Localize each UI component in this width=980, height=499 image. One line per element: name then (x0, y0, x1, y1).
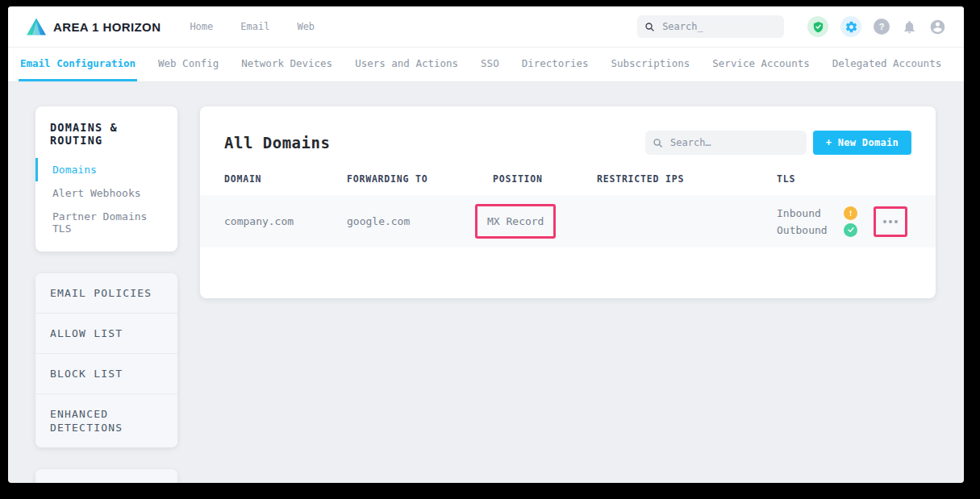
top-nav: Home Email Web (190, 21, 315, 32)
tab-directories[interactable]: Directories (520, 48, 590, 81)
row-actions-menu-button[interactable] (878, 210, 903, 233)
column-header-domain: DOMAIN (224, 173, 347, 185)
page-title: All Domains (224, 134, 330, 152)
tab-web-config[interactable]: Web Config (156, 48, 220, 81)
table-header: DOMAIN FORWARDING TO POSITION RESTRICTED… (200, 173, 936, 195)
dot-icon (883, 220, 886, 223)
panel-header: All Domains + New Domain (200, 106, 936, 155)
tls-outbound-label: Outbound (777, 224, 828, 236)
panel-controls: + New Domain (645, 131, 911, 155)
search-icon (645, 22, 654, 32)
brand-name: AREA 1 HORIZON (53, 20, 161, 34)
top-nav-email[interactable]: Email (240, 21, 269, 32)
dot-icon (889, 220, 892, 223)
global-search[interactable] (637, 15, 784, 38)
sidebar: DOMAINS & ROUTING Domains Alert Webhooks… (35, 106, 177, 483)
all-domains-panel: All Domains + New Domain DOMAIN FORWARDI… (200, 106, 936, 298)
global-search-input[interactable] (661, 20, 776, 33)
warning-status-icon (844, 206, 857, 220)
gear-icon (844, 20, 858, 34)
top-right-controls: ? (637, 15, 946, 38)
shield-check-icon (812, 21, 824, 33)
sidebar-item-partner-domains-tls[interactable]: Partner Domains TLS (35, 205, 163, 240)
search-icon (653, 138, 662, 148)
account-button[interactable] (929, 19, 946, 35)
cell-position: MX Record (487, 204, 597, 239)
sidebar-item-alert-webhooks[interactable]: Alert Webhooks (35, 181, 163, 205)
app-window: AREA 1 HORIZON Home Email Web (8, 6, 964, 483)
dot-icon (895, 220, 898, 223)
triangle-logo-icon (26, 17, 47, 36)
retract-settings-card: RETRACT SETTINGS (35, 469, 177, 483)
sidebar-section-enhanced-detections[interactable]: ENHANCED DETECTIONS (35, 394, 177, 447)
tab-service-accounts[interactable]: Service Accounts (711, 48, 811, 81)
cell-domain: company.com (224, 215, 347, 227)
domains-search-input[interactable] (669, 136, 799, 149)
tab-subscriptions[interactable]: Subscriptions (609, 48, 691, 81)
tab-network-devices[interactable]: Network Devices (240, 48, 334, 81)
top-nav-web[interactable]: Web (297, 21, 315, 32)
tls-inbound-label: Inbound (777, 207, 821, 219)
config-tabs-bar: Email Configuration Web Config Network D… (8, 48, 964, 82)
policies-accordion-card: EMAIL POLICIES ALLOW LIST BLOCK LIST ENH… (35, 273, 177, 447)
help-button[interactable]: ? (874, 19, 890, 35)
content-area: DOMAINS & ROUTING Domains Alert Webhooks… (8, 82, 964, 483)
settings-button[interactable] (840, 16, 861, 37)
sidebar-section-email-policies[interactable]: EMAIL POLICIES (35, 273, 177, 314)
column-header-position: POSITION (487, 173, 597, 185)
notifications-button[interactable] (902, 19, 917, 35)
bell-icon (902, 19, 917, 35)
sidebar-section-retract-settings[interactable]: RETRACT SETTINGS (35, 469, 177, 483)
position-annotation-box: MX Record (475, 204, 556, 239)
tls-outbound-line: Outbound (777, 223, 857, 237)
tls-inbound-line: Inbound (777, 206, 857, 220)
table-row[interactable]: company.com google.com MX Record Inbound (200, 195, 936, 247)
top-header: AREA 1 HORIZON Home Email Web (8, 6, 964, 48)
column-header-forwarding-to: FORWARDING TO (347, 173, 487, 185)
tab-sso[interactable]: SSO (479, 48, 501, 81)
column-header-restricted-ips: RESTRICTED IPS (597, 173, 777, 185)
tab-users-and-actions[interactable]: Users and Actions (353, 48, 460, 81)
sidebar-section-allow-list[interactable]: ALLOW LIST (35, 314, 177, 354)
sidebar-item-domains[interactable]: Domains (35, 158, 163, 181)
sidebar-section-block-list[interactable]: BLOCK LIST (35, 354, 177, 394)
new-domain-button[interactable]: + New Domain (813, 131, 911, 155)
account-icon (929, 19, 946, 35)
column-header-tls: TLS (777, 173, 874, 185)
tab-email-configuration[interactable]: Email Configuration (19, 48, 137, 81)
check-status-icon (844, 223, 857, 237)
cell-actions (874, 206, 911, 237)
sidebar-section-title: DOMAINS & ROUTING (50, 121, 163, 147)
top-nav-home[interactable]: Home (190, 21, 213, 32)
brand-logo[interactable]: AREA 1 HORIZON (26, 17, 161, 36)
tab-delegated-accounts[interactable]: Delegated Accounts (831, 48, 943, 81)
cell-tls: Inbound Outbound (777, 206, 857, 237)
position-value: MX Record (487, 215, 544, 227)
domains-routing-card: DOMAINS & ROUTING Domains Alert Webhooks… (35, 106, 177, 252)
domains-search[interactable] (645, 131, 807, 155)
actions-annotation-box (874, 206, 907, 237)
cell-forwarding-to: google.com (347, 215, 487, 227)
security-status-icon[interactable] (807, 16, 828, 37)
